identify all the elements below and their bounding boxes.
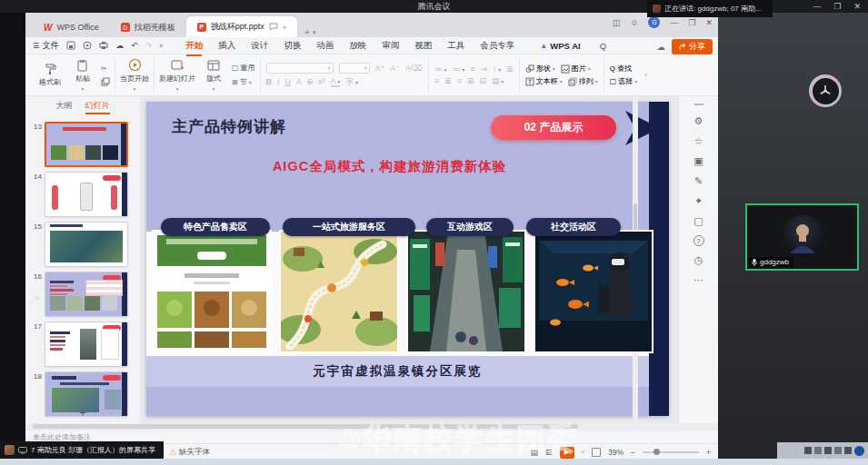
user-avatar[interactable]: G [648, 16, 660, 28]
fit-to-window-icon[interactable] [592, 448, 601, 457]
new-slide-button[interactable]: 新建幻灯片 [159, 59, 195, 92]
select-button[interactable]: ▢ 选择 [610, 76, 638, 86]
font-size-select[interactable] [339, 63, 370, 74]
italic-button[interactable]: I [277, 77, 280, 86]
ribbon-tab-design[interactable]: 设计 [250, 38, 269, 54]
favorites-icon[interactable]: ☆ [694, 135, 703, 147]
wps-restore-button[interactable]: ❐ [688, 18, 695, 27]
meeting-minimize-button[interactable]: — [813, 2, 821, 11]
copy-button[interactable] [101, 77, 110, 86]
font-color-button[interactable]: A [331, 76, 341, 87]
tray-icon[interactable] [814, 447, 822, 454]
upload-cloud-icon[interactable]: ☁ [657, 42, 666, 52]
paste-button[interactable]: 粘贴 [68, 59, 97, 92]
slideshow-play-button[interactable]: ▶ [560, 447, 574, 459]
superscript-button[interactable]: x² [318, 77, 325, 86]
customize-caret-icon[interactable]: ˅ [159, 43, 163, 49]
ribbon-tab-view[interactable]: 视图 [414, 38, 433, 54]
file-menu[interactable]: ☰ 文件 [33, 40, 59, 52]
outline-tab[interactable]: 大纲 [56, 100, 73, 114]
align-center-button[interactable]: ≣ [444, 76, 452, 85]
tray-icon[interactable] [824, 447, 832, 454]
slides-tab[interactable]: 幻灯片 [85, 100, 110, 114]
output-icon[interactable] [83, 41, 92, 50]
reuse-button[interactable]: ▢ 重用 [232, 63, 255, 73]
arrange-button[interactable]: 排列 [568, 76, 598, 86]
zoom-in-button[interactable]: + [706, 448, 711, 457]
find-button[interactable]: Q 查找 [610, 64, 638, 74]
layers-icon[interactable]: ▣ [693, 155, 703, 167]
missing-font-warning[interactable]: ⚠ 缺失字体 [169, 447, 210, 458]
crop-frame-icon[interactable]: ▢ [693, 215, 703, 227]
ribbon-tab-animation[interactable]: 动画 [315, 38, 334, 54]
outdent-button[interactable]: ≡ [470, 64, 474, 74]
wps-minimize-button[interactable]: — [670, 18, 678, 27]
tray-app-icon[interactable] [854, 446, 864, 456]
indent-button[interactable]: ⇥ [480, 64, 487, 74]
ribbon-search-icon[interactable]: Q [600, 41, 606, 51]
ribbon-tab-slideshow[interactable]: 放映 [348, 38, 367, 54]
meeting-close-button[interactable]: ✕ [853, 2, 861, 11]
textbox-button[interactable]: 文本框 [525, 76, 563, 86]
increase-font-button[interactable]: A⁺ [375, 64, 385, 73]
tab-docer-templates[interactable]: D 找稻壳模板 [110, 17, 186, 37]
zoom-out-button[interactable]: − [631, 448, 635, 457]
share-button[interactable]: 分享 [672, 39, 713, 54]
tray-icon[interactable] [844, 447, 852, 454]
save-icon[interactable] [66, 41, 75, 50]
print-icon[interactable] [99, 41, 108, 50]
format-painter-button[interactable]: 格式刷 [35, 63, 65, 87]
text-direction-button[interactable]: ≣ [506, 64, 514, 74]
tab-list-caret[interactable]: ▾ [313, 29, 316, 36]
align-left-button[interactable]: ≡ [434, 76, 439, 85]
ribbon-tab-review[interactable]: 审阅 [381, 38, 400, 54]
highlight-color-button[interactable]: 字 [345, 76, 358, 88]
comment-bubble-icon[interactable] [269, 23, 278, 31]
clear-format-button[interactable]: A⌫ [405, 64, 423, 73]
numbered-list-button[interactable]: ≕ [453, 64, 465, 74]
new-tab-button[interactable]: + [304, 27, 310, 37]
more-tools-icon[interactable]: ⋯ [693, 274, 703, 286]
slide-thumbnail-17[interactable] [45, 322, 128, 367]
slide-thumbnail-14[interactable] [45, 172, 128, 217]
tab-presentation-file[interactable]: P 挑战杯ppt.pptx ● [186, 16, 297, 37]
tray-icon[interactable] [834, 447, 842, 454]
char-style-button[interactable]: A [296, 77, 302, 86]
ribbon-tab-tools[interactable]: 工具 [446, 38, 465, 54]
strikethrough-button[interactable]: S [307, 77, 313, 86]
underline-button[interactable]: U [285, 77, 292, 86]
ribbon-expander[interactable]: › [643, 57, 649, 93]
tray-icon[interactable] [804, 447, 812, 454]
effects-icon[interactable]: ✦ [694, 195, 703, 207]
zoom-knob[interactable] [653, 449, 660, 455]
horizontal-scrollbar[interactable] [25, 423, 718, 430]
bold-button[interactable]: B [266, 77, 273, 86]
redo-icon[interactable]: ↷ [145, 41, 153, 50]
split-view-icon[interactable]: ◫ [613, 18, 621, 27]
bullet-list-button[interactable]: ≔ [434, 64, 447, 74]
layout-button[interactable]: 版式 [199, 59, 228, 92]
collapse-handle[interactable] [694, 104, 703, 105]
ribbon-tab-home[interactable]: 开始 [185, 38, 204, 54]
history-icon[interactable]: ◷ [694, 254, 703, 266]
current-slide[interactable]: 主产品特例讲解 02 产品展示 AIGC全局模式，构建旅游消费新体验 特色产品售… [146, 102, 669, 416]
properties-icon[interactable]: ⚙ [694, 115, 703, 127]
help-icon[interactable]: ? [693, 235, 704, 246]
slideshow-caret-icon[interactable]: ˅ [582, 450, 585, 455]
font-name-select[interactable] [266, 63, 334, 74]
distribute-button[interactable]: ⊟ [479, 76, 486, 85]
wps-close-button[interactable]: ✕ [705, 18, 713, 27]
cut-button[interactable]: ✂ [101, 64, 110, 73]
shapes-button[interactable]: 形状 [525, 64, 555, 74]
columns-button[interactable]: ⊞ [467, 76, 474, 85]
decrease-font-button[interactable]: A⁻ [390, 64, 400, 73]
section-button[interactable]: ⊞ 节 [232, 77, 255, 87]
slide-thumbnail-13[interactable] [45, 122, 128, 167]
participant-video-tile[interactable]: gddgzwb [745, 203, 859, 271]
skin-icon[interactable]: ☺ [630, 18, 638, 27]
edit-image-icon[interactable]: ✎ [694, 175, 703, 187]
zoom-slider[interactable] [643, 451, 699, 453]
picture-button[interactable]: 图片 [561, 64, 591, 74]
add-slide-button[interactable]: + [25, 406, 140, 420]
line-spacing-button[interactable]: ↕ [493, 64, 501, 74]
